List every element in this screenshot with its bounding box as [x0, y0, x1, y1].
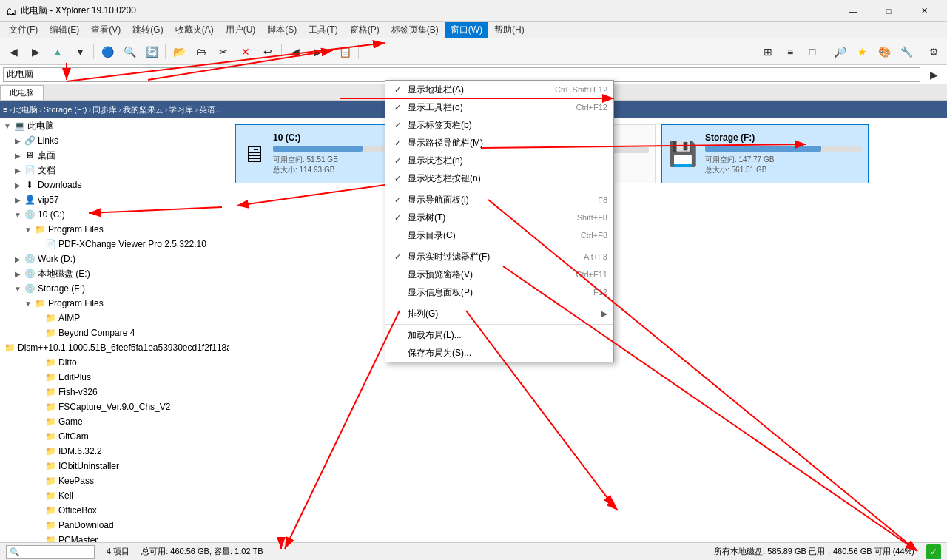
expand-icon[interactable]: ▶ — [13, 166, 22, 175]
menu-script[interactable]: 脚本(S) — [261, 22, 303, 38]
view-btn1[interactable]: ⊞ — [758, 41, 778, 62]
location-button[interactable]: 🔵 — [97, 41, 118, 62]
expand-icon[interactable] — [34, 491, 43, 500]
tree-item[interactable]: ▶ ⬇ Downloads — [0, 178, 229, 192]
menu-help[interactable]: 帮助(H) — [488, 22, 530, 38]
path-english[interactable]: 英语... — [199, 104, 222, 115]
menu-favorites[interactable]: 收藏夹(A) — [169, 22, 220, 38]
tree-item[interactable]: ▶ 💿 Work (D:) — [0, 252, 229, 266]
drive-card[interactable]: 💾 Storage (F:) 可用空间: 147.77 GB 总大小: 561.… — [661, 124, 869, 183]
expand-icon[interactable] — [34, 240, 43, 249]
prev-btn[interactable]: ◀ — [285, 41, 306, 62]
wrench-btn[interactable]: 🔧 — [896, 41, 917, 62]
menu-file[interactable]: 文件(F) — [3, 22, 44, 38]
filter-btn[interactable]: 🔎 — [829, 41, 850, 62]
path-menu-icon[interactable]: ≡ — [3, 105, 7, 114]
menu-item[interactable]: ✓ 显示路径导航栏(M) — [385, 134, 613, 152]
expand-icon[interactable]: ▶ — [13, 254, 22, 263]
star-btn[interactable]: ★ — [852, 41, 872, 62]
view-btn2[interactable]: ≡ — [780, 41, 801, 62]
expand-icon[interactable] — [34, 358, 43, 367]
tree-item[interactable]: 📁 Ditto — [0, 355, 229, 370]
tree-item[interactable]: 📁 FSCapture_Ver.9.0_Chs_V2 — [0, 399, 229, 414]
path-cloud[interactable]: 我的坚果云 — [123, 104, 164, 115]
close-button[interactable]: ✕ — [907, 0, 941, 22]
expand-icon[interactable]: ▶ — [13, 181, 22, 189]
tree-item[interactable]: ▶ 💿 本地磁盘 (E:) — [0, 266, 229, 281]
tree-item[interactable]: ▶ 👤 vip57 — [0, 192, 229, 207]
address-go-btn[interactable]: ▶ — [923, 64, 944, 85]
tab-this-pc[interactable]: 此电脑 — [0, 85, 44, 100]
menu-item[interactable]: ✓ 显示工具栏(o) Ctrl+F12 — [385, 98, 613, 116]
status-search-input[interactable] — [6, 545, 95, 559]
tree-item[interactable]: ▶ 🖥 桌面 — [0, 148, 229, 163]
tree-item[interactable]: ▼ 📁 Program Files — [0, 222, 229, 237]
expand-icon[interactable]: ▼ — [13, 284, 22, 293]
color-btn[interactable]: 🎨 — [874, 41, 894, 62]
menu-user[interactable]: 用户(U) — [220, 22, 262, 38]
menu-edit[interactable]: 编辑(E) — [44, 22, 85, 38]
tree-item[interactable]: 📁 IObitUninstaller — [0, 459, 229, 473]
expand-icon[interactable] — [34, 402, 43, 411]
expand-icon[interactable] — [34, 447, 43, 456]
tree-item[interactable]: 📁 PanDownload — [0, 518, 229, 533]
expand-icon[interactable] — [34, 328, 43, 337]
dropdown-btn[interactable]: ▾ — [70, 41, 90, 62]
tree-item[interactable]: 📁 Game — [0, 414, 229, 429]
menu-goto[interactable]: 跳转(G) — [127, 22, 169, 38]
cut-button[interactable]: ✂ — [213, 41, 234, 62]
maximize-button[interactable]: □ — [872, 0, 906, 22]
tree-item[interactable]: ▼ 💿 Storage (F:) — [0, 281, 229, 296]
expand-icon[interactable] — [34, 388, 43, 397]
view-btn3[interactable]: □ — [802, 41, 823, 62]
next-btn[interactable]: ▶ — [307, 41, 328, 62]
menu-tabset[interactable]: 标签页集(B) — [385, 22, 445, 38]
expand-icon[interactable] — [34, 417, 43, 426]
menu-item[interactable]: 显示预览窗格(V) Ctrl+F11 — [385, 266, 613, 283]
tree-item[interactable]: 📁 AIMP — [0, 311, 229, 325]
open-button[interactable]: 📂 — [169, 41, 189, 62]
expand-icon[interactable]: ▶ — [13, 269, 22, 278]
tree-item[interactable]: ▼ 💿 10 (C:) — [0, 207, 229, 222]
tree-item[interactable]: 📁 EditPlus — [0, 370, 229, 385]
tree-item[interactable]: 📁 Beyond Compare 4 — [0, 325, 229, 340]
tree-item[interactable]: 📁 IDM.6.32.2 — [0, 444, 229, 459]
back-button[interactable]: ◀ — [3, 41, 24, 62]
menu-item[interactable]: 排列(G) ▶ — [385, 305, 613, 323]
menu-item[interactable]: 保存布局为(S)... — [385, 344, 613, 362]
window-dropdown-menu[interactable]: ✓ 显示地址栏(A) Ctrl+Shift+F12 ✓ 显示工具栏(o) Ctr… — [385, 80, 614, 362]
menu-item[interactable]: ✓ 显示实时过滤器栏(F) Alt+F3 — [385, 248, 613, 266]
path-study[interactable]: 学习库 — [169, 104, 193, 115]
expand-icon[interactable]: ▶ — [13, 195, 22, 204]
tree-item[interactable]: ▼ 💻 此电脑 — [0, 118, 229, 133]
menu-item[interactable]: ✓ 显示状态栏(n) — [385, 152, 613, 169]
search-button[interactable]: 🔍 — [119, 41, 140, 62]
expand-icon[interactable] — [34, 536, 43, 542]
path-storage[interactable]: Storage (F:) — [44, 105, 87, 114]
menu-item[interactable]: ✓ 显示导航面板(i) F8 — [385, 191, 613, 209]
expand-icon[interactable] — [34, 432, 43, 441]
expand-icon[interactable]: ▶ — [13, 136, 22, 145]
menu-item[interactable]: 加载布局(L)... — [385, 326, 613, 344]
sync-button[interactable]: 🔄 — [141, 41, 162, 62]
tree-item[interactable]: 📁 GitCam — [0, 429, 229, 444]
expand-icon[interactable] — [34, 521, 43, 530]
tree-item[interactable]: 📁 KeePass — [0, 473, 229, 488]
delete-button[interactable]: ✕ — [235, 41, 256, 62]
expand-icon[interactable]: ▶ — [13, 151, 22, 160]
menu-item[interactable]: 显示目录(C) Ctrl+F8 — [385, 226, 613, 244]
menu-item[interactable]: ✓ 显示地址栏(A) Ctrl+Shift+F12 — [385, 81, 613, 98]
menu-item[interactable]: ✓ 显示树(T) Shift+F8 — [385, 209, 613, 226]
tree-item[interactable]: 📁 PCMaster — [0, 533, 229, 542]
expand-icon[interactable] — [34, 506, 43, 515]
up-button[interactable]: ▲ — [47, 41, 68, 62]
path-sync[interactable]: 同步库 — [92, 104, 117, 115]
menu-window[interactable]: 窗口(W) — [445, 22, 488, 38]
expand-icon[interactable]: ▼ — [24, 299, 33, 308]
expand-icon[interactable]: ▼ — [3, 121, 12, 130]
tree-item[interactable]: ▼ 📁 Program Files — [0, 296, 229, 311]
tree-item[interactable]: 📁 OfficeBox — [0, 503, 229, 518]
tree-item[interactable]: 📄 PDF-XChange Viewer Pro 2.5.322.10 — [0, 237, 229, 252]
expand-icon[interactable]: ▼ — [13, 210, 22, 219]
path-computer[interactable]: 此电脑 — [13, 104, 38, 115]
